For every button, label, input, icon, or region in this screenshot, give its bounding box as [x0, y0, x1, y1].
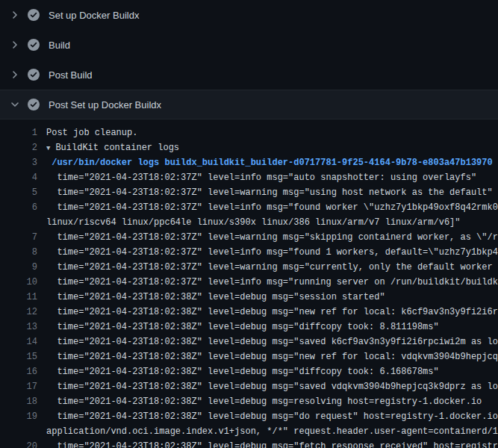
- line-number: [0, 215, 46, 230]
- line-number[interactable]: 3: [0, 155, 46, 170]
- log-text: application/vnd.oci.image.index.v1+json,…: [46, 424, 498, 439]
- log-text: /usr/bin/docker logs buildx_buildkit_bui…: [46, 155, 498, 170]
- log-row: 16 time="2021-04-23T18:02:38Z" level=deb…: [0, 364, 498, 379]
- line-number[interactable]: 19: [0, 409, 46, 424]
- log-text: Post job cleanup.: [46, 125, 498, 140]
- log-row: 5 time="2021-04-23T18:02:37Z" level=warn…: [0, 185, 498, 200]
- log-text: time="2021-04-23T18:02:38Z" level=debug …: [46, 349, 498, 364]
- log-text: time="2021-04-23T18:02:37Z" level=warnin…: [46, 260, 498, 275]
- line-number[interactable]: 6: [0, 200, 46, 215]
- log-text: time="2021-04-23T18:02:38Z" level=debug …: [46, 320, 498, 335]
- log-row: 6 time="2021-04-23T18:02:37Z" level=info…: [0, 200, 498, 215]
- log-text: time="2021-04-23T18:02:37Z" level=info m…: [46, 200, 498, 215]
- step-header[interactable]: Set up Docker Buildx: [0, 0, 498, 30]
- check-circle-icon: [28, 39, 40, 51]
- step-title: Set up Docker Buildx: [49, 10, 139, 21]
- line-number[interactable]: 4: [0, 170, 46, 185]
- log-row: 18 time="2021-04-23T18:02:38Z" level=deb…: [0, 394, 498, 409]
- log-row: application/vnd.oci.image.index.v1+json,…: [0, 424, 498, 439]
- log-row: 8 time="2021-04-23T18:02:37Z" level=info…: [0, 245, 498, 260]
- log-lines-container: 1Post job cleanup.2▼BuildKit container l…: [0, 119, 498, 448]
- triangle-down-icon[interactable]: ▼: [46, 141, 50, 155]
- log-row: linux/riscv64 linux/ppc64le linux/s390x …: [0, 215, 498, 230]
- log-row: 17 time="2021-04-23T18:02:38Z" level=deb…: [0, 379, 498, 394]
- log-text: time="2021-04-23T18:02:38Z" level=debug …: [46, 335, 498, 349]
- line-number[interactable]: 14: [0, 335, 46, 349]
- log-text: time="2021-04-23T18:02:38Z" level=debug …: [46, 394, 498, 409]
- line-number[interactable]: 17: [0, 379, 46, 394]
- check-circle-icon: [28, 99, 40, 111]
- log-text: ▼BuildKit container logs: [46, 140, 498, 155]
- log-text: time="2021-04-23T18:02:37Z" level=warnin…: [46, 185, 498, 200]
- line-number[interactable]: 12: [0, 305, 46, 320]
- log-row: 2▼BuildKit container logs: [0, 140, 498, 155]
- log-text: time="2021-04-23T18:02:37Z" level=info m…: [46, 245, 498, 260]
- chevron-right-icon[interactable]: [9, 69, 21, 81]
- line-number[interactable]: 16: [0, 364, 46, 379]
- line-number[interactable]: 18: [0, 394, 46, 409]
- log-row: 15 time="2021-04-23T18:02:38Z" level=deb…: [0, 349, 498, 364]
- log-text: time="2021-04-23T18:02:38Z" level=debug …: [46, 305, 498, 320]
- step-title: Build: [49, 40, 70, 51]
- log-row: 3 /usr/bin/docker logs buildx_buildkit_b…: [0, 155, 498, 170]
- line-number[interactable]: 9: [0, 260, 46, 275]
- log-row: 14 time="2021-04-23T18:02:38Z" level=deb…: [0, 335, 498, 349]
- log-row: 7 time="2021-04-23T18:02:37Z" level=warn…: [0, 230, 498, 245]
- steps-list: Set up Docker BuildxBuildPost BuildPost …: [0, 0, 498, 119]
- line-number[interactable]: 1: [0, 125, 46, 140]
- chevron-down-icon[interactable]: [9, 99, 21, 111]
- log-row: 10 time="2021-04-23T18:02:37Z" level=inf…: [0, 275, 498, 290]
- chevron-right-icon[interactable]: [9, 9, 21, 21]
- log-row: 12 time="2021-04-23T18:02:38Z" level=deb…: [0, 305, 498, 320]
- line-number[interactable]: 5: [0, 185, 46, 200]
- log-row: 1Post job cleanup.: [0, 125, 498, 140]
- check-circle-icon: [28, 9, 40, 21]
- log-text: time="2021-04-23T18:02:37Z" level=info m…: [46, 170, 498, 185]
- check-circle-icon: [28, 69, 40, 81]
- line-number[interactable]: 11: [0, 290, 46, 305]
- line-number[interactable]: 2: [0, 140, 46, 155]
- step-title: Post Build: [49, 69, 93, 81]
- line-number[interactable]: 7: [0, 230, 46, 245]
- line-number[interactable]: 10: [0, 275, 46, 290]
- group-title: BuildKit container logs: [55, 143, 179, 153]
- log-text: linux/riscv64 linux/ppc64le linux/s390x …: [46, 215, 498, 230]
- step-header[interactable]: Build: [0, 30, 498, 60]
- step-header[interactable]: Post Build: [0, 60, 498, 90]
- log-row: 11 time="2021-04-23T18:02:38Z" level=deb…: [0, 290, 498, 305]
- log-row: 13 time="2021-04-23T18:02:38Z" level=deb…: [0, 320, 498, 335]
- log-text: time="2021-04-23T18:02:37Z" level=info m…: [46, 275, 498, 290]
- chevron-right-icon[interactable]: [9, 39, 21, 51]
- log-text: time="2021-04-23T18:02:38Z" level=debug …: [46, 364, 498, 379]
- log-text: time="2021-04-23T18:02:37Z" level=warnin…: [46, 230, 498, 245]
- log-text: time="2021-04-23T18:02:38Z" level=debug …: [46, 439, 498, 448]
- log-text: time="2021-04-23T18:02:38Z" level=debug …: [46, 290, 498, 305]
- log-row: 9 time="2021-04-23T18:02:37Z" level=warn…: [0, 260, 498, 275]
- line-number[interactable]: 8: [0, 245, 46, 260]
- step-header[interactable]: Post Set up Docker Buildx: [0, 90, 498, 119]
- log-row: 19 time="2021-04-23T18:02:38Z" level=deb…: [0, 409, 498, 424]
- line-number[interactable]: 20: [0, 439, 46, 448]
- log-text: time="2021-04-23T18:02:38Z" level=debug …: [46, 409, 498, 424]
- log-row: 4 time="2021-04-23T18:02:37Z" level=info…: [0, 170, 498, 185]
- log-text: time="2021-04-23T18:02:38Z" level=debug …: [46, 379, 498, 394]
- log-row: 20 time="2021-04-23T18:02:38Z" level=deb…: [0, 439, 498, 448]
- line-number[interactable]: 13: [0, 320, 46, 335]
- workflow-log-viewer: Set up Docker BuildxBuildPost BuildPost …: [0, 0, 498, 448]
- step-title: Post Set up Docker Buildx: [49, 99, 161, 111]
- line-number: [0, 424, 46, 439]
- line-number[interactable]: 15: [0, 349, 46, 364]
